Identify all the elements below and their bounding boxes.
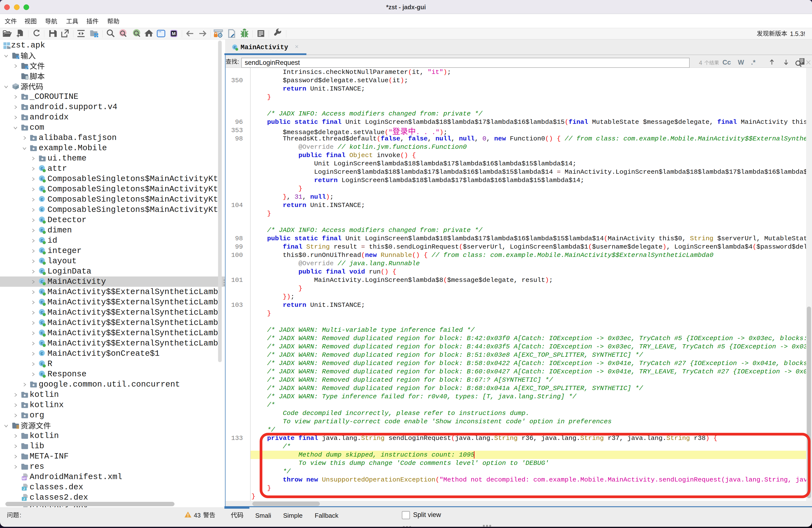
svg-text:J: J xyxy=(23,497,25,501)
svg-text:c: c xyxy=(41,196,43,202)
svg-text:J: J xyxy=(23,487,25,490)
svg-text:c: c xyxy=(41,207,43,212)
svg-text:MF: MF xyxy=(22,477,26,480)
svg-text:c: c xyxy=(41,351,43,356)
svg-text:M: M xyxy=(172,31,176,36)
